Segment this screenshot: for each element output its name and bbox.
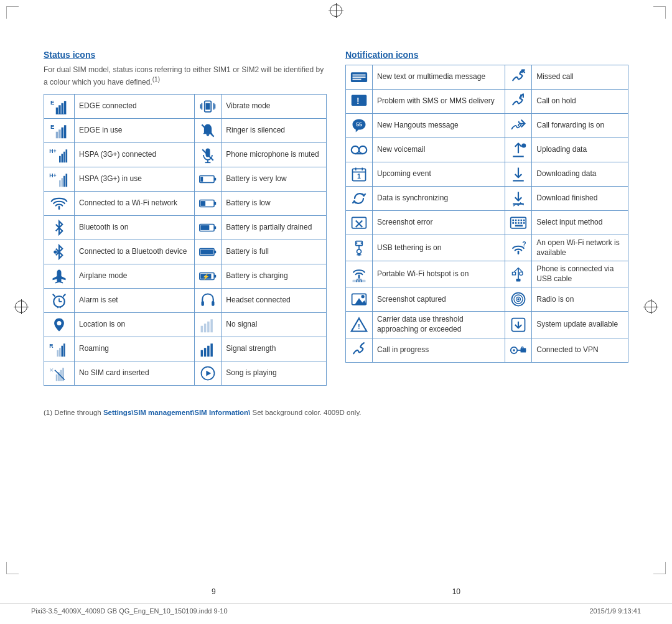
svg-rect-30 xyxy=(63,175,65,187)
svg-point-102 xyxy=(522,144,526,148)
bluetooth-icon xyxy=(49,219,70,236)
footer-bar: Pixi3-3.5_4009X_4009D GB QG_Eng_EN_10_15… xyxy=(0,603,672,618)
status-section: Status icons For dual SIM model, status … xyxy=(44,50,327,386)
label-hspa-in-use: HSPA (3G+) in use xyxy=(75,167,195,191)
svg-rect-117 xyxy=(515,220,517,221)
label-battery-very-low: Battery is very low xyxy=(222,167,327,191)
svg-rect-67 xyxy=(207,321,210,332)
svg-rect-73 xyxy=(63,343,65,356)
svg-rect-3 xyxy=(62,103,64,114)
svg-rect-1 xyxy=(56,107,58,114)
svg-rect-34 xyxy=(201,177,203,182)
footnote-text-pre: Define through xyxy=(54,409,103,416)
svg-rect-66 xyxy=(204,324,207,332)
table-row: Call in progress xyxy=(346,338,628,362)
hspa-connected-icon: H+ xyxy=(49,146,70,164)
label-event: Upcoming event xyxy=(373,162,505,187)
label-system-update: System update available xyxy=(532,312,628,338)
footer-right: 2015/1/9 9:13:41 xyxy=(589,607,641,615)
sync-icon xyxy=(350,190,368,207)
svg-rect-65 xyxy=(201,325,203,332)
svg-text:H+: H+ xyxy=(49,172,56,179)
label-ringer-silenced: Ringer is silenced xyxy=(222,118,327,142)
label-airplane: Airplane mode xyxy=(75,264,195,288)
event-icon: 1 xyxy=(350,165,368,183)
table-row: Screenshot captured Ra xyxy=(346,287,628,312)
svg-text:!: ! xyxy=(358,323,360,330)
footnote-suffix: 4009D only. xyxy=(324,409,362,416)
svg-rect-76 xyxy=(207,345,210,356)
label-sms-problem: Problem with SMS or MMS delivery xyxy=(373,90,505,114)
svg-rect-14 xyxy=(58,129,61,138)
sms-problem-icon: ! xyxy=(350,93,368,110)
status-title: Status icons xyxy=(44,50,327,60)
table-row: ! Carrier data use threshold approaching… xyxy=(346,312,628,338)
location-icon xyxy=(49,316,70,333)
call-hold-icon xyxy=(510,93,527,110)
label-download-done: Download finished xyxy=(532,187,628,211)
label-sms: New text or multimedia message xyxy=(373,65,505,90)
label-vpn: Connected to VPN xyxy=(532,338,628,362)
label-wifi: Connected to a Wi-Fi network xyxy=(75,191,195,215)
table-row: Bluetooth is on Battery is partially dra… xyxy=(44,215,327,240)
table-row: Screenshot error xyxy=(346,211,628,235)
svg-rect-79 xyxy=(56,374,58,381)
notification-table: New text or multimedia message Missed ca… xyxy=(345,65,628,363)
svg-rect-33 xyxy=(214,177,216,180)
wifi-available-icon: ? xyxy=(510,240,527,257)
table-row: E EDGE in use xyxy=(44,118,327,142)
battery-low-icon xyxy=(199,197,217,210)
edge-in-use-icon: E xyxy=(49,122,70,139)
label-song-playing: Song is playing xyxy=(222,361,327,385)
svg-marker-85 xyxy=(207,370,212,376)
corner-mark-br xyxy=(653,562,666,574)
svg-rect-125 xyxy=(523,222,525,224)
svg-rect-77 xyxy=(211,343,213,356)
svg-text:?: ? xyxy=(522,240,526,247)
label-upload: Uploading data xyxy=(532,138,628,162)
table-row: R Roaming xyxy=(44,337,327,361)
svg-point-147 xyxy=(518,299,520,301)
label-hspa-connected: HSPA (3G+) connected xyxy=(75,142,195,167)
label-bluetooth-connected: Connected to a Bluetooth device xyxy=(75,240,195,264)
label-no-signal: No signal xyxy=(222,312,327,337)
footer-left: Pixi3-3.5_4009X_4009D GB QG_Eng_EN_10_15… xyxy=(31,607,228,615)
label-screenshot-error: Screenshot error xyxy=(373,211,505,235)
label-battery-full: Battery is full xyxy=(222,240,327,264)
table-row: Portable Wi-Fi hotspot is on xyxy=(346,261,628,287)
icon-cell: E xyxy=(44,94,75,118)
label-no-sim: No SIM card inserted xyxy=(75,361,195,385)
screenshot-error-icon xyxy=(350,214,368,231)
table-row: Location is on No sign xyxy=(44,312,327,337)
svg-rect-20 xyxy=(62,154,63,162)
alarm-icon xyxy=(49,292,70,309)
svg-rect-118 xyxy=(518,220,520,221)
svg-rect-43 xyxy=(214,226,216,229)
headset-icon xyxy=(199,292,217,309)
svg-point-131 xyxy=(357,249,362,253)
status-table: E EDGE connected xyxy=(44,94,327,386)
footnote-text-post: Set background color. xyxy=(253,409,322,416)
svg-rect-2 xyxy=(58,105,61,114)
svg-line-61 xyxy=(63,294,65,296)
svg-rect-52 xyxy=(201,249,213,254)
svg-rect-71 xyxy=(59,348,61,356)
corner-mark-tl xyxy=(6,6,19,19)
system-update-icon xyxy=(510,316,527,333)
roaming-icon: R xyxy=(49,340,70,358)
svg-rect-31 xyxy=(66,174,68,187)
usb-connected-icon xyxy=(510,266,527,283)
footnote-num: (1) xyxy=(44,409,52,416)
edge-connected-icon: E xyxy=(49,98,70,115)
vibrate-icon xyxy=(199,98,217,115)
table-row: ✕ No SIM card inserted xyxy=(44,361,327,385)
hangouts-icon: 55 xyxy=(350,117,368,134)
svg-text:⚡: ⚡ xyxy=(203,272,210,280)
svg-rect-51 xyxy=(214,250,216,253)
svg-rect-63 xyxy=(212,300,214,305)
svg-rect-54 xyxy=(214,274,216,277)
label-missed-call: Missed call xyxy=(532,65,628,90)
label-wifi-available: An open Wi-Fi network is available xyxy=(532,235,628,261)
edge-connected-svg: E xyxy=(50,98,68,115)
table-row: E EDGE connected xyxy=(44,94,327,118)
